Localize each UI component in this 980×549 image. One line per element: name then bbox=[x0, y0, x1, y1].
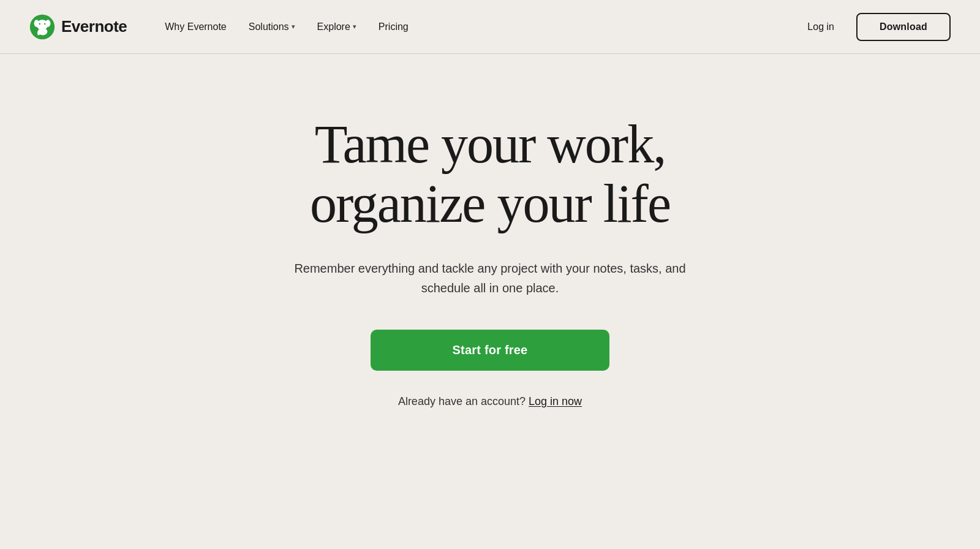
site-header: Evernote Why Evernote Solutions ▾ Explor… bbox=[0, 0, 980, 54]
solutions-chevron-icon: ▾ bbox=[292, 23, 295, 31]
hero-section: Tame your work, organize your life Remem… bbox=[0, 54, 980, 408]
header-left: Evernote Why Evernote Solutions ▾ Explor… bbox=[29, 14, 417, 40]
svg-point-4 bbox=[39, 23, 41, 25]
nav-solutions-label: Solutions bbox=[249, 21, 289, 32]
header-right: Log in Download bbox=[797, 13, 951, 41]
nav-explore[interactable]: Explore ▾ bbox=[309, 17, 365, 37]
svg-point-5 bbox=[44, 23, 46, 25]
nav-explore-label: Explore bbox=[317, 21, 350, 32]
download-button[interactable]: Download bbox=[856, 13, 951, 41]
nav-pricing[interactable]: Pricing bbox=[370, 17, 417, 37]
svg-point-6 bbox=[38, 28, 47, 35]
nav-pricing-label: Pricing bbox=[379, 21, 409, 32]
explore-chevron-icon: ▾ bbox=[353, 23, 356, 31]
logo-link[interactable]: Evernote bbox=[29, 14, 127, 40]
start-free-button[interactable]: Start for free bbox=[371, 330, 609, 371]
nav-why-evernote-label: Why Evernote bbox=[165, 21, 226, 32]
nav-why-evernote[interactable]: Why Evernote bbox=[156, 17, 235, 37]
hero-subtitle: Remember everything and tackle any proje… bbox=[282, 259, 698, 298]
hero-title-line1: Tame your work, bbox=[315, 115, 665, 174]
hero-title-line2: organize your life bbox=[310, 174, 670, 233]
svg-point-2 bbox=[34, 20, 39, 27]
login-button[interactable]: Log in bbox=[797, 17, 844, 37]
evernote-logo-icon bbox=[29, 14, 55, 40]
nav-solutions[interactable]: Solutions ▾ bbox=[240, 17, 304, 37]
account-prompt-text: Already have an account? bbox=[398, 395, 526, 407]
svg-point-3 bbox=[45, 20, 50, 27]
account-prompt: Already have an account? Log in now bbox=[398, 395, 582, 408]
hero-title: Tame your work, organize your life bbox=[310, 115, 670, 234]
logo-text: Evernote bbox=[61, 17, 127, 36]
main-nav: Why Evernote Solutions ▾ Explore ▾ Prici… bbox=[156, 17, 417, 37]
login-now-link[interactable]: Log in now bbox=[529, 395, 582, 407]
